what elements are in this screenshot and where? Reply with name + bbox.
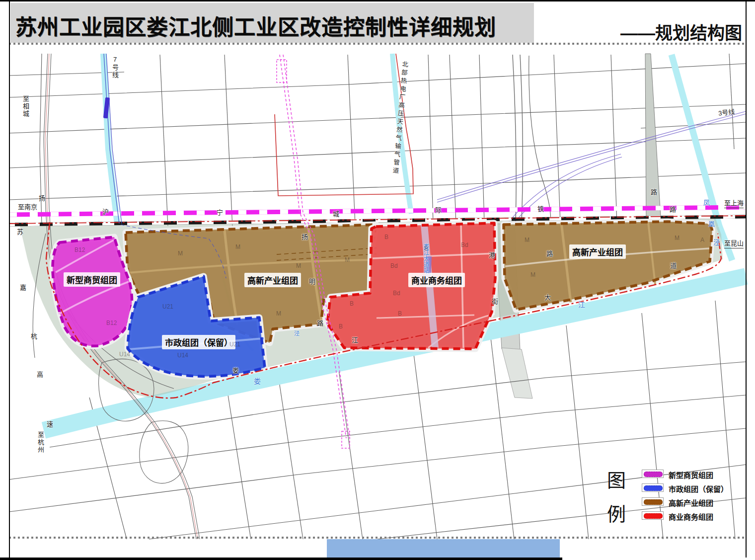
planning-map-page: 新型商贸组团 市政组团（保留） 高新产业组团 商业商务组团 高新产业组团 至南京… xyxy=(0,0,755,560)
map-type-title: ——规划结构图 xyxy=(571,19,742,44)
frame-border xyxy=(9,0,10,558)
page-title: 苏州工业园区娄江北侧工业区改造控制性详细规划 xyxy=(15,10,496,41)
frame-border xyxy=(0,558,562,560)
title-bar: 苏州工业园区娄江北侧工业区改造控制性详细规划 xyxy=(10,3,534,43)
legend-item-label: 新型商贸组团 xyxy=(669,470,713,480)
legend-item-label: 商业商务组团 xyxy=(669,511,713,522)
footer-divider xyxy=(9,537,746,539)
legend-swatch xyxy=(642,511,664,520)
metro-station-box xyxy=(277,60,287,82)
legend-title-char: 例 xyxy=(607,499,626,526)
legend-swatch xyxy=(642,497,664,506)
zone-commerce xyxy=(53,237,132,346)
frame-border xyxy=(0,0,755,1)
legend-item-label: 市政组团（保留） xyxy=(669,483,728,494)
footer-accent-bar xyxy=(327,539,560,558)
header-divider xyxy=(9,43,746,45)
legend-swatch xyxy=(642,483,664,492)
legend-title-char: 图 xyxy=(607,465,626,492)
legend: 图 例 新型商贸组团 市政组团（保留） 高新产业组团 商业商务组团 xyxy=(604,463,743,528)
legend-swatch xyxy=(642,470,664,478)
legend-item-label: 高新产业组团 xyxy=(669,497,713,508)
frame-border xyxy=(746,0,747,558)
